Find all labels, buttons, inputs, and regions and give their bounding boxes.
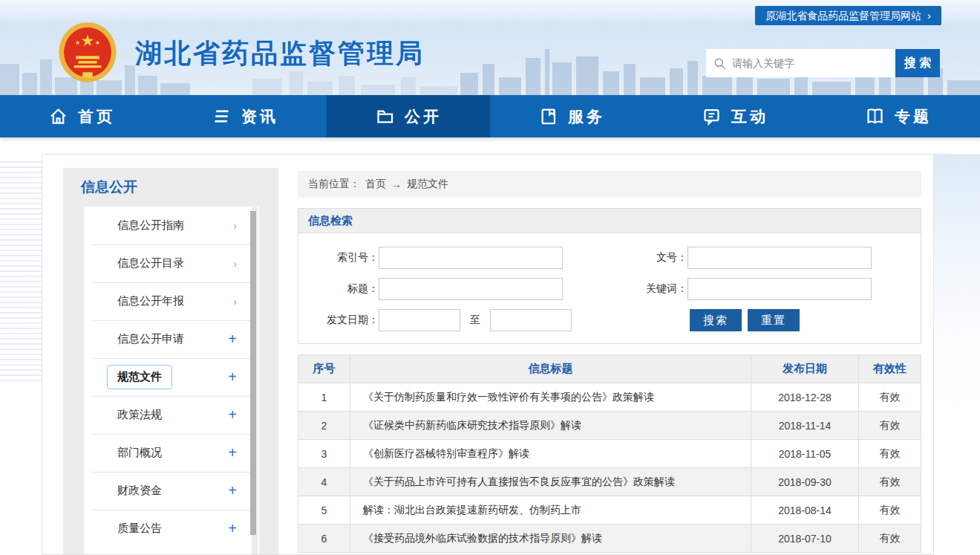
chat-icon [702, 106, 722, 126]
nav-item[interactable]: 专题 [817, 95, 980, 137]
date-to-label: 至 [470, 314, 480, 327]
table-row: 3 《创新医疗器械特别审查程序》解读 2018-11-05 有效 [298, 440, 921, 468]
row-date: 2018-12-28 [751, 383, 859, 412]
site-search: 搜 索 [706, 49, 940, 77]
breadcrumb-prefix: 当前位置： [308, 178, 360, 191]
main-nav: 首页 资讯 公开 服务 互动 专题 [0, 95, 980, 137]
reset-button[interactable]: 重置 [748, 309, 800, 331]
nav-item-label: 公开 [405, 106, 442, 127]
results-table: 序号 信息标题 发布日期 有效性 1 《关于仿制药质量和疗效一致性评价有关事项的… [298, 354, 921, 553]
row-title-link[interactable]: 解读：湖北出台政策提速新药研发、仿制药上市 [350, 496, 751, 525]
nav-item[interactable]: 资讯 [163, 95, 327, 137]
issue-date-label: 发文日期： [298, 314, 379, 327]
sidebar-item-suffix-icon: + [228, 444, 237, 461]
title-field[interactable] [379, 278, 563, 300]
sidebar-item-label: 信息公开申请 [117, 332, 184, 346]
home-icon [48, 106, 68, 126]
sidebar-item[interactable]: 政策法规 + [84, 396, 259, 434]
site-header: 湖北省药品监督管理局 原湖北省食品药品监督管理局网站 › 搜 索 [0, 0, 980, 95]
sidebar-item[interactable]: 信息公开年报 › [84, 282, 259, 320]
sidebar: 信息公开 信息公开指南 › 信息公开目录 › 信息公开年报 › 信息公开申请 +… [63, 168, 278, 554]
site-title: 湖北省药品监督管理局 [135, 36, 425, 72]
sidebar-item-suffix-icon: + [228, 406, 237, 423]
row-title-link[interactable]: 《接受药品境外临床试验数据的技术指导原则》解读 [350, 525, 751, 553]
row-status: 有效 [859, 440, 921, 468]
nav-item[interactable]: 公开 [327, 95, 490, 137]
index-no-field[interactable] [379, 247, 563, 269]
title-label: 标题： [298, 282, 379, 296]
search-icon [713, 57, 726, 70]
doc-no-field[interactable] [687, 247, 872, 269]
row-title-link[interactable]: 《证候类中药新药临床研究技术指导原则》解读 [350, 412, 751, 440]
row-date: 2018-11-05 [751, 440, 859, 468]
nav-item-label: 首页 [78, 106, 115, 127]
table-row: 5 解读：湖北出台政策提速新药研发、仿制药上市 2018-08-14 有效 [298, 496, 921, 525]
table-row: 2 《证候类中药新药临床研究技术指导原则》解读 2018-11-14 有效 [298, 412, 921, 440]
info-search-title: 信息检索 [298, 209, 921, 233]
sidebar-item-suffix-icon: + [228, 482, 237, 499]
sidebar-item-label: 部门概况 [117, 446, 162, 460]
folder-icon [375, 106, 395, 126]
nav-item[interactable]: 互动 [653, 95, 817, 137]
sidebar-title: 信息公开 [63, 168, 278, 205]
sidebar-item[interactable]: 财政资金 + [84, 472, 259, 510]
row-status: 有效 [859, 383, 921, 412]
date-from-field[interactable] [379, 309, 460, 331]
sidebar-item[interactable]: 信息公开目录 › [84, 244, 259, 282]
nav-item[interactable]: 首页 [0, 95, 163, 137]
table-row: 4 《关于药品上市许可持有人直接报告不良反应事宜的公告》政策解读 2018-09… [298, 468, 921, 496]
row-date: 2018-08-14 [751, 496, 859, 525]
row-title-link[interactable]: 《关于仿制药质量和疗效一致性评价有关事项的公告》政策解读 [350, 383, 751, 412]
sidebar-item-label: 信息公开年报 [117, 294, 184, 308]
sidebar-item-label: 信息公开指南 [117, 218, 184, 233]
site-search-button[interactable]: 搜 索 [895, 49, 940, 77]
service-icon [538, 106, 558, 126]
table-row: 1 《关于仿制药质量和疗效一致性评价有关事项的公告》政策解读 2018-12-2… [298, 383, 921, 412]
date-to-field[interactable] [490, 309, 572, 331]
sidebar-item[interactable]: 信息公开指南 › [84, 207, 259, 244]
chevron-right-icon: › [927, 6, 931, 25]
old-site-link-label: 原湖北省食品药品监督管理局网站 [765, 6, 921, 25]
breadcrumb-home-link[interactable]: 首页 [365, 178, 386, 191]
row-date: 2018-09-30 [751, 468, 859, 496]
sidebar-item-label: 财政资金 [117, 484, 162, 498]
sidebar-item[interactable]: 部门概况 + [84, 434, 259, 472]
row-status: 有效 [859, 468, 921, 496]
sidebar-item-label: 政策法规 [117, 408, 162, 422]
row-no: 5 [298, 496, 350, 525]
nav-item-label: 互动 [731, 106, 768, 127]
row-title-link[interactable]: 《关于药品上市许可持有人直接报告不良反应事宜的公告》政策解读 [350, 468, 751, 496]
sidebar-item[interactable]: 规范文件 + [84, 358, 259, 396]
site-search-input[interactable] [732, 49, 895, 77]
sidebar-item-suffix-icon: + [228, 331, 237, 348]
doc-no-label: 文号： [563, 251, 687, 264]
keyword-field[interactable] [687, 278, 872, 300]
row-title-link[interactable]: 《创新医疗器械特别审查程序》解读 [350, 440, 751, 468]
sidebar-scrollbar-thumb[interactable] [250, 211, 256, 535]
content-card: 信息公开 信息公开指南 › 信息公开目录 › 信息公开年报 › 信息公开申请 +… [42, 154, 934, 555]
national-emblem-icon [56, 21, 119, 86]
old-site-link-button[interactable]: 原湖北省食品药品监督管理局网站 › [755, 6, 941, 25]
sidebar-scrollbar-track[interactable] [252, 207, 258, 554]
sidebar-item-suffix-icon: + [228, 520, 237, 537]
col-header-date: 发布日期 [751, 355, 859, 383]
breadcrumb-separator-icon: → [391, 178, 402, 190]
sidebar-item[interactable]: 质量公告 + [84, 510, 259, 548]
col-header-status: 有效性 [859, 355, 921, 383]
index-no-label: 索引号： [298, 251, 379, 264]
sidebar-item-suffix-icon: + [228, 369, 237, 386]
sidebar-item[interactable]: 信息公开申请 + [84, 320, 259, 358]
sidebar-item-suffix-icon: › [233, 219, 237, 232]
site-logo[interactable]: 湖北省药品监督管理局 [56, 21, 425, 86]
table-row: 6 《接受药品境外临床试验数据的技术指导原则》解读 2018-07-10 有效 [298, 525, 921, 553]
sidebar-item-label: 质量公告 [117, 522, 162, 536]
table-header-row: 序号 信息标题 发布日期 有效性 [298, 355, 921, 383]
left-watermark-decoration [0, 161, 42, 384]
nav-item-label: 服务 [568, 106, 605, 127]
search-button[interactable]: 搜索 [690, 309, 742, 331]
breadcrumb: 当前位置： 首页 → 规范文件 [298, 171, 921, 198]
sidebar-menu-list: 信息公开指南 › 信息公开目录 › 信息公开年报 › 信息公开申请 + 规范文件… [84, 207, 259, 548]
nav-item-label: 专题 [895, 106, 932, 127]
sidebar-item-label: 信息公开目录 [117, 256, 184, 270]
nav-item[interactable]: 服务 [490, 95, 653, 137]
